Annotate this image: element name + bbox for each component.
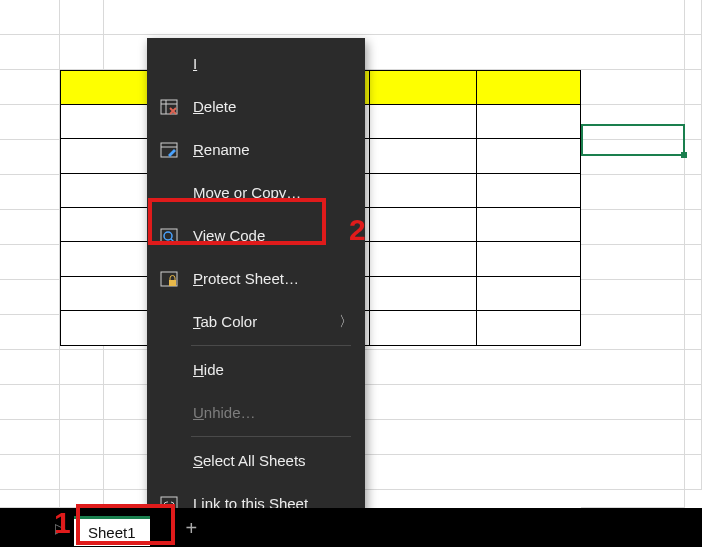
menu-label: View Code xyxy=(193,227,353,244)
table-cell[interactable] xyxy=(369,310,477,346)
chevron-right-icon: ▷ xyxy=(55,520,66,536)
table-header-cell[interactable] xyxy=(369,70,477,105)
table-cell[interactable] xyxy=(369,138,477,174)
menu-item-protect-sheet[interactable]: Protect Sheet… xyxy=(147,257,365,300)
table-cell[interactable] xyxy=(369,241,477,277)
rename-sheet-icon xyxy=(157,142,181,158)
menu-item-tab-color[interactable]: Tab Color 〉 xyxy=(147,300,365,343)
svg-rect-11 xyxy=(169,280,176,286)
menu-label: Tab Color xyxy=(193,313,339,330)
menu-label: Select All Sheets xyxy=(193,452,353,469)
menu-separator xyxy=(191,345,351,346)
tab-scroll-area[interactable]: ▷ xyxy=(0,508,74,547)
table-cell[interactable] xyxy=(369,207,477,242)
table-cell[interactable] xyxy=(476,276,581,311)
add-sheet-button[interactable]: + xyxy=(186,518,198,538)
menu-item-insert[interactable]: I xyxy=(147,42,365,85)
plus-icon: + xyxy=(186,517,198,539)
table-cell[interactable] xyxy=(476,310,581,346)
menu-item-unhide: Unhide… xyxy=(147,391,365,434)
sheet-tab-context-menu: I Delete Rename Move or Copy… View Code xyxy=(147,38,365,533)
table-cell[interactable] xyxy=(476,104,581,139)
sheet-tab-label: Sheet1 xyxy=(88,524,136,541)
menu-label: Rename xyxy=(193,141,353,158)
menu-label: I xyxy=(193,55,353,72)
menu-item-move-or-copy[interactable]: Move or Copy… xyxy=(147,171,365,214)
menu-label: Move or Copy… xyxy=(193,184,353,201)
sheet-tab-bar: ▷ Sheet1 + xyxy=(0,508,702,547)
menu-label: Delete xyxy=(193,98,353,115)
table-cell[interactable] xyxy=(369,104,477,139)
menu-item-delete[interactable]: Delete xyxy=(147,85,365,128)
menu-label: Protect Sheet… xyxy=(193,270,353,287)
menu-label: Unhide… xyxy=(193,404,353,421)
svg-point-8 xyxy=(164,232,172,240)
view-code-icon xyxy=(157,228,181,244)
svg-line-9 xyxy=(171,239,175,243)
menu-item-select-all-sheets[interactable]: Select All Sheets xyxy=(147,439,365,482)
table-cell[interactable] xyxy=(476,173,581,208)
table-cell[interactable] xyxy=(369,173,477,208)
menu-item-hide[interactable]: Hide xyxy=(147,348,365,391)
menu-label: Hide xyxy=(193,361,353,378)
delete-sheet-icon xyxy=(157,99,181,115)
table-header-cell[interactable] xyxy=(476,70,581,105)
menu-item-view-code[interactable]: View Code xyxy=(147,214,365,257)
worksheet-area[interactable]: I Delete Rename Move or Copy… View Code xyxy=(0,0,702,547)
table-cell[interactable] xyxy=(476,207,581,242)
chevron-right-icon: 〉 xyxy=(339,313,353,331)
menu-item-rename[interactable]: Rename xyxy=(147,128,365,171)
table-cell[interactable] xyxy=(476,138,581,174)
menu-separator xyxy=(191,436,351,437)
table-cell[interactable] xyxy=(476,241,581,277)
table-cell[interactable] xyxy=(369,276,477,311)
sheet-tab-sheet1[interactable]: Sheet1 xyxy=(74,516,150,546)
protect-sheet-icon xyxy=(157,271,181,287)
